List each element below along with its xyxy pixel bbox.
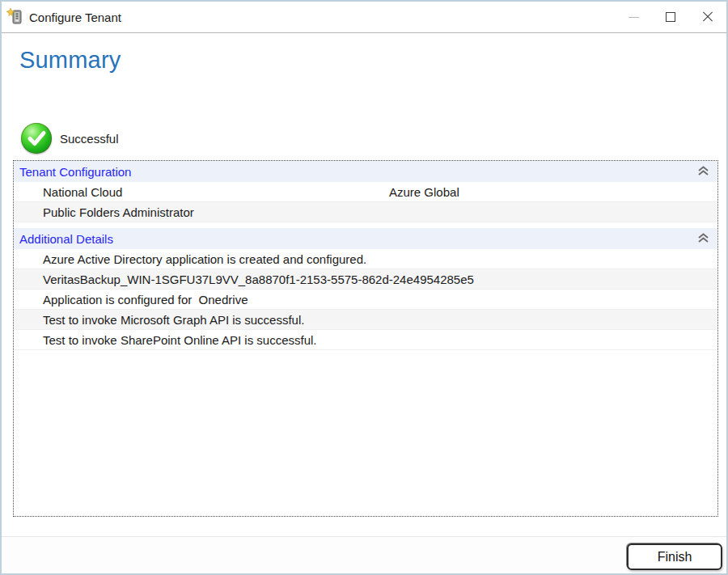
collapse-chevron-icon[interactable] <box>696 164 710 178</box>
minimize-icon <box>629 17 639 18</box>
close-icon <box>702 11 713 23</box>
success-check-icon <box>21 123 52 154</box>
row-label: Public Folders Administrator <box>43 205 194 219</box>
status-row: Successful <box>21 123 119 154</box>
table-row: VeritasBackup_WIN-1SGFU37L9VV_8a8870f1-2… <box>14 269 717 290</box>
maximize-icon <box>666 12 675 22</box>
status-badge: Successful <box>60 132 119 146</box>
section-gap <box>14 222 717 228</box>
table-row: Application is configured for Onedrive <box>14 290 717 310</box>
table-row: Test to invoke SharePoint Online API is … <box>14 330 717 350</box>
row-label: Azure Active Directory application is cr… <box>43 252 366 266</box>
table-row: Test to invoke Microsoft Graph API is su… <box>14 310 717 330</box>
finish-button[interactable]: Finish <box>627 543 722 570</box>
maximize-button[interactable] <box>652 2 689 32</box>
footer-bar: Finish <box>2 536 726 573</box>
section-title: Additional Details <box>19 232 113 246</box>
minimize-button[interactable] <box>615 2 652 32</box>
page-title: Summary <box>19 47 121 74</box>
title-bar: Configure Tenant <box>2 2 726 33</box>
table-row: Azure Active Directory application is cr… <box>14 249 717 269</box>
collapse-chevron-icon[interactable] <box>696 231 710 245</box>
configure-tenant-window: Configure Tenant Summary Successful Tena… <box>0 0 728 575</box>
row-label: Test to invoke Microsoft Graph API is su… <box>43 313 304 327</box>
window-title: Configure Tenant <box>29 11 121 24</box>
row-label: Test to invoke SharePoint Online API is … <box>43 333 317 347</box>
table-row: National Cloud Azure Global <box>14 182 717 202</box>
summary-panel: Tenant Configuration National Cloud Azur… <box>13 160 718 517</box>
table-row: Public Folders Administrator <box>14 202 717 222</box>
row-label: Application is configured for Onedrive <box>43 293 248 307</box>
row-label: National Cloud <box>43 185 122 199</box>
section-title: Tenant Configuration <box>19 165 131 179</box>
window-controls <box>615 2 726 32</box>
row-value: Azure Global <box>389 185 459 199</box>
close-button[interactable] <box>689 2 726 32</box>
section-header-tenant-configuration[interactable]: Tenant Configuration <box>14 161 717 182</box>
row-label: VeritasBackup_WIN-1SGFU37L9VV_8a8870f1-2… <box>43 273 474 286</box>
section-header-additional-details[interactable]: Additional Details <box>14 228 717 249</box>
app-server-icon <box>6 8 24 26</box>
